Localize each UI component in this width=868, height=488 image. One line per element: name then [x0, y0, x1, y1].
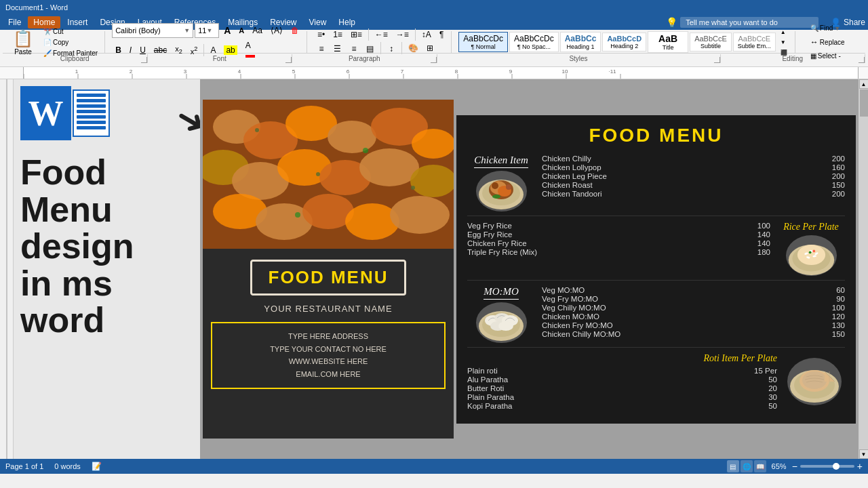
style-heading1[interactable]: AaBbCc Heading 1	[560, 32, 601, 52]
flyer-bottom: FOOD MENU YOUR RESTAURANT NAME TYPE HERE…	[203, 249, 454, 439]
styles-scroll-down[interactable]: ▼	[777, 38, 791, 47]
rice-image	[786, 235, 837, 276]
address-text: TYPE HERE ADDRESS TYPE YOUR CONTACT NO H…	[223, 330, 433, 381]
restaurant-name: YOUR RESTAURANT NAME	[264, 304, 392, 314]
search-box[interactable]: Tell me what you want to do	[680, 17, 818, 28]
svg-point-41	[390, 196, 450, 234]
align-center-btn[interactable]: ☰	[330, 42, 345, 56]
status-right: ▤ 🌐 📖 65% − +	[727, 460, 863, 472]
chicken-item-4: Chicken Roast 150	[542, 181, 845, 189]
svg-point-54	[492, 195, 500, 199]
read-mode-btn[interactable]: 📖	[754, 460, 766, 472]
font-size-selector[interactable]: 11 ▼	[195, 23, 219, 38]
momo-item-5: Chicken Fry MO:MO 130	[542, 321, 845, 329]
zoom-out-btn[interactable]: −	[792, 461, 797, 472]
svg-point-42	[255, 128, 259, 132]
styles-scroll-up[interactable]: ▲	[777, 28, 791, 37]
word-count: 0 words	[54, 462, 81, 470]
vertical-scrollbar[interactable]: ▲ ▼	[859, 79, 868, 459]
web-layout-btn[interactable]: 🌐	[741, 460, 753, 472]
bullets-btn[interactable]: ≡•	[314, 28, 328, 41]
justify-btn[interactable]: ▤	[363, 42, 378, 56]
left-panel-text: FoodMenudesignin msword	[20, 154, 193, 339]
cut-button[interactable]: ✂️Cut	[41, 26, 100, 37]
copy-button[interactable]: 📄Copy	[41, 37, 100, 47]
print-layout-btn[interactable]: ▤	[727, 460, 739, 472]
svg-point-57	[797, 245, 825, 265]
scroll-thumb[interactable]	[860, 89, 868, 117]
style-subtitle[interactable]: AaBbCcE Subtitle	[690, 33, 732, 52]
rice-section: Veg Fry Rice 100 Egg Fry Rice 140 Chicke…	[467, 222, 845, 281]
flyer-left-page: FOOD MENU YOUR RESTAURANT NAME TYPE HERE…	[203, 100, 454, 439]
svg-point-52	[492, 182, 498, 189]
find-button[interactable]: 🔍 Find ▼	[808, 23, 848, 33]
editing-section: 🔍 Find ▼ ↔ Replace ▦ Select -	[798, 31, 857, 53]
address-box: TYPE HERE ADDRESS TYPE YOUR CONTACT NO H…	[211, 322, 446, 389]
word-logo: W	[20, 86, 193, 140]
svg-point-35	[359, 148, 419, 186]
multilevel-btn[interactable]: ⊞≡	[347, 28, 366, 41]
momo-image	[476, 302, 527, 343]
show-hide-btn[interactable]: ¶	[436, 28, 447, 41]
roti-item-1: Plain roti 15 Per	[467, 367, 777, 375]
style-heading2[interactable]: AaBbCcD Heading 2	[602, 33, 646, 52]
style-normal[interactable]: AaBbCcDc ¶ Normal	[458, 32, 508, 52]
roti-item-5: Kopi Paratha 50	[467, 402, 777, 410]
proofing-icon[interactable]: 📝	[92, 462, 102, 471]
roti-item-3: Butter Roti 20	[467, 384, 777, 392]
increase-indent-btn[interactable]: →≡	[393, 28, 412, 41]
title-bar: Document1 - Word	[0, 0, 868, 15]
shading-btn[interactable]: 🎨	[405, 42, 422, 56]
style-title[interactable]: AaB Title	[648, 31, 688, 53]
increase-font-btn[interactable]: A	[220, 24, 234, 37]
menu-right-page: FOOD MENU Chicken Item	[456, 115, 856, 424]
decrease-indent-btn[interactable]: ←≡	[372, 28, 391, 41]
sort-btn[interactable]: ↕A	[418, 28, 435, 41]
rice-svg	[786, 235, 837, 276]
styles-gallery: AaBbCcDc ¶ Normal AaBbCcDc ¶ No Spac... …	[458, 31, 776, 53]
scroll-up-btn[interactable]: ▲	[859, 79, 869, 89]
styles-label: Styles	[437, 54, 721, 63]
momo-item-6: Chicken Chilly MO:MO 150	[542, 330, 845, 338]
zoom-in-btn[interactable]: +	[857, 461, 863, 472]
chicken-title: Chicken Item	[474, 155, 528, 168]
align-left-btn[interactable]: ≡	[314, 42, 329, 56]
svg-text:1: 1	[75, 68, 79, 75]
style-nospace[interactable]: AaBbCcDc ¶ No Spac...	[509, 32, 559, 52]
zoom-slider[interactable]	[800, 465, 854, 468]
menu-view[interactable]: View	[304, 16, 332, 28]
chicken-section-left: Chicken Item	[467, 155, 535, 211]
numbering-btn[interactable]: 1≡	[330, 28, 346, 41]
momo-svg	[476, 302, 527, 343]
svg-text:9: 9	[509, 68, 513, 75]
svg-point-45	[411, 186, 415, 190]
style-subtleem[interactable]: AaBbCcE Subtle Em...	[733, 33, 776, 52]
roti-image-container	[784, 353, 845, 410]
svg-point-43	[316, 172, 320, 176]
svg-text:5: 5	[292, 68, 296, 75]
chicken-item-1: Chicken Chilly 200	[542, 155, 845, 163]
food-svg	[203, 100, 454, 249]
chicken-section: Chicken Item	[467, 155, 845, 216]
font-section: Calibri (Body) ▼ 11 ▼ A A Aa ⟨A⟩ 🗑 B I	[108, 31, 307, 53]
replace-button[interactable]: ↔ Replace	[808, 36, 848, 48]
document-canvas: W ➜ FoodMenudesignin msword	[14, 79, 859, 459]
editing-label: Editing	[721, 54, 866, 63]
svg-point-75	[802, 371, 827, 389]
clear-all-btn[interactable]: 🗑	[288, 24, 302, 37]
border-btn[interactable]: ⊞	[423, 42, 437, 56]
clear-format-btn[interactable]: Aa	[249, 24, 266, 37]
styles-section: AaBbCcDc ¶ Normal AaBbCcDc ¶ No Spac... …	[454, 31, 795, 53]
roti-items: Roti Item Per Plate Plain roti 15 Per Al…	[467, 353, 777, 410]
line-spacing-btn[interactable]: ↕	[384, 42, 399, 56]
align-right-btn[interactable]: ≡	[347, 42, 361, 56]
word-w-icon: W	[20, 86, 71, 140]
paragraph-label: Paragraph	[292, 54, 437, 63]
svg-text:3: 3	[184, 68, 187, 75]
menu-help[interactable]: Help	[333, 16, 361, 28]
chicken-item-5: Chicken Tandoori 200	[542, 190, 845, 198]
case-btn[interactable]: ⟨A⟩	[267, 24, 286, 37]
font-name-selector[interactable]: Calibri (Body) ▼	[112, 23, 193, 38]
decrease-font-btn[interactable]: A	[235, 25, 248, 36]
scroll-down-btn[interactable]: ▼	[859, 449, 869, 459]
